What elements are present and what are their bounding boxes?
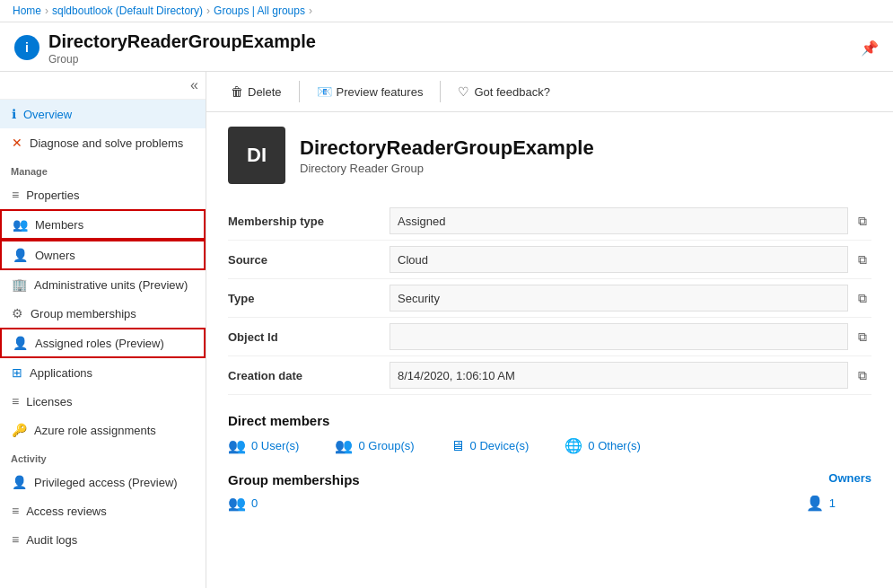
copy-source-btn[interactable]: ⧉ [854,250,871,270]
groups-label: 0 Group(s) [358,439,414,452]
avatar: DI [228,127,285,184]
owners-count-label: 1 [829,496,836,510]
copy-membership-type-btn[interactable]: ⧉ [854,211,871,232]
preview-features-button[interactable]: 📧 Preview features [307,79,433,104]
sidebar-item-audit-logs[interactable]: ≡ Audit logs [0,525,206,554]
prop-value-box-membership-type: Assigned [390,207,848,234]
sidebar-item-overview[interactable]: ℹ Overview [0,100,206,128]
page-header: i DirectoryReaderGroupExample Group 📌 [0,22,893,72]
feedback-button[interactable]: ♡ Got feedback? [448,79,560,104]
prop-value-box-type: Security [390,285,848,312]
preview-icon: 📧 [317,84,332,99]
prop-value-membership-type: Assigned ⧉ [390,202,871,241]
sidebar-label-properties: Properties [26,189,79,202]
header-icon: i [14,35,39,60]
toolbar-divider-2 [440,81,441,102]
resource-header: DI DirectoryReaderGroupExample Directory… [228,127,871,184]
toolbar: 🗑 Delete 📧 Preview features ♡ Got feedba… [206,72,893,112]
section-activity: Activity [0,444,206,468]
sidebar-item-applications[interactable]: ⊞ Applications [0,358,206,387]
sidebar-item-group-memberships[interactable]: ⚙ Group memberships [0,299,206,328]
breadcrumb-sep2: › [206,4,210,17]
sidebar-label-owners: Owners [35,249,75,262]
azure-roles-icon: 🔑 [12,423,27,437]
page-title: DirectoryReaderGroupExample [48,30,852,53]
prop-value-box-creation-date: 8/14/2020, 1:06:10 AM [390,362,848,389]
delete-button[interactable]: 🗑 Delete [221,79,292,104]
sidebar-item-owners[interactable]: 👤 Owners [0,240,206,270]
assigned-roles-icon: 👤 [13,336,28,350]
prop-label-object-id: Object Id [228,318,390,356]
sidebar-label-members: Members [35,218,83,232]
access-reviews-icon: ≡ [12,504,19,518]
sidebar-item-properties[interactable]: ≡ Properties [0,180,206,209]
sidebar-collapse-btn[interactable]: « [0,72,206,100]
licenses-icon: ≡ [12,394,19,408]
prop-value-box-source: Cloud [390,246,848,273]
copy-type-btn[interactable]: ⧉ [854,288,871,309]
sidebar-label-licenses: Licenses [26,395,72,408]
copy-object-id-btn[interactable]: ⧉ [854,327,871,347]
group-memberships-title: Group memberships [228,472,360,487]
resource-panel: DI DirectoryReaderGroupExample Directory… [206,112,893,526]
copy-creation-date-btn[interactable]: ⧉ [854,365,871,386]
sidebar-item-access-reviews[interactable]: ≡ Access reviews [0,496,206,525]
delete-icon: 🗑 [231,84,243,99]
sidebar-item-members[interactable]: 👥 Members [0,209,206,240]
breadcrumb: Home › sqldboutlook (Default Directory) … [0,0,893,22]
sidebar-label-privileged-access: Privileged access (Preview) [34,476,178,489]
sidebar-label-applications: Applications [30,366,92,380]
collapse-icon[interactable]: « [190,77,198,93]
owners-icon: 👤 [13,248,28,262]
others-stat[interactable]: 🌐 0 Other(s) [565,437,641,454]
applications-icon: ⊞ [12,365,22,380]
sidebar-item-assigned-roles[interactable]: 👤 Assigned roles (Preview) [0,328,206,358]
prop-label-source: Source [228,241,390,279]
content-area: 🗑 Delete 📧 Preview features ♡ Got feedba… [206,72,893,588]
resource-subtitle: Directory Reader Group [300,162,594,175]
sidebar-label-group-memberships: Group memberships [31,307,136,320]
direct-members-row: 👥 0 User(s) 👥 0 Group(s) 🖥 0 Device(s) 🌐… [228,437,871,454]
users-label: 0 User(s) [251,439,299,452]
owners-link[interactable]: Owners [828,471,871,485]
sidebar-item-azure-roles[interactable]: 🔑 Azure role assignments [0,416,206,444]
users-stat[interactable]: 👥 0 User(s) [228,437,299,454]
sidebar-label-overview: Overview [23,108,72,121]
group-count-stat[interactable]: 👥 0 [228,495,258,512]
prop-label-creation-date: Creation date [228,356,390,395]
section-manage: Manage [0,157,206,180]
members-icon: 👥 [13,217,28,232]
resource-title: DirectoryReaderGroupExample [300,136,594,160]
devices-stat[interactable]: 🖥 0 Device(s) [451,438,530,454]
breadcrumb-groups[interactable]: Groups | All groups [214,4,305,17]
users-icon: 👥 [228,437,246,454]
sidebar-label-admin-units: Administrative units (Preview) [34,278,188,292]
header-text: DirectoryReaderGroupExample Group [48,30,852,66]
admin-units-icon: 🏢 [12,277,27,292]
sidebar: « ℹ Overview ✕ Diagnose and solve proble… [0,72,206,588]
sidebar-label-assigned-roles: Assigned roles (Preview) [35,337,164,350]
pin-icon[interactable]: 📌 [861,39,879,57]
breadcrumb-home[interactable]: Home [13,4,41,17]
owners-count-stat[interactable]: 👤 1 [806,495,836,512]
prop-value-object-id: ⧉ [390,318,871,356]
sidebar-label-audit-logs: Audit logs [26,533,77,547]
sidebar-item-licenses[interactable]: ≡ Licenses [0,387,206,416]
breadcrumb-tenant[interactable]: sqldboutlook (Default Directory) [52,4,203,17]
devices-icon: 🖥 [451,438,465,454]
sidebar-item-privileged-access[interactable]: 👤 Privileged access (Preview) [0,468,206,496]
sidebar-item-diagnose[interactable]: ✕ Diagnose and solve problems [0,128,206,157]
page-subtitle: Group [48,53,852,66]
groups-stat[interactable]: 👥 0 Group(s) [335,437,414,454]
preview-label: Preview features [337,85,424,99]
prop-value-type: Security ⧉ [390,279,871,318]
resource-header-text: DirectoryReaderGroupExample Directory Re… [300,136,594,175]
delete-label: Delete [248,85,282,99]
group-memberships-icon: ⚙ [12,306,23,320]
prop-value-box-object-id [390,323,848,350]
feedback-label: Got feedback? [474,85,550,99]
others-label: 0 Other(s) [588,439,641,452]
toolbar-divider-1 [299,81,300,102]
sidebar-item-admin-units[interactable]: 🏢 Administrative units (Preview) [0,270,206,299]
breadcrumb-sep3: › [309,4,312,17]
